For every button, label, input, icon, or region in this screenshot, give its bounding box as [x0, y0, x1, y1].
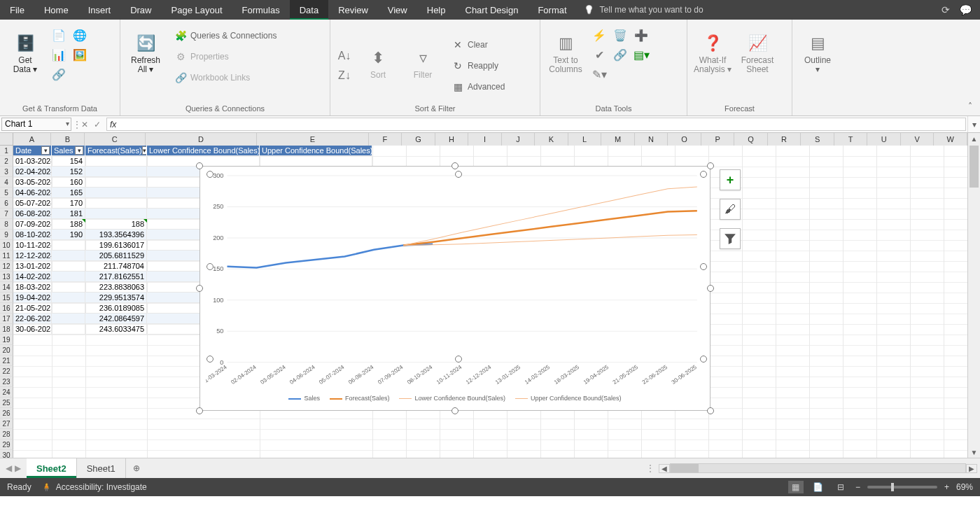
table-header[interactable]: Upper Confidence Bound(Sales)▾ [260, 146, 372, 156]
row-header[interactable]: 27 [0, 419, 13, 429]
col-header[interactable]: C [85, 133, 146, 146]
cancel-fx-icon[interactable]: ✕ [81, 120, 88, 129]
workbook-links-button[interactable]: 🔗Workbook Links [171, 69, 281, 87]
advanced-button[interactable]: ▦Advanced [448, 78, 509, 96]
select-all-corner[interactable] [0, 133, 13, 146]
table-cell[interactable]: 18-03-2025 [13, 282, 52, 293]
tab-data[interactable]: Data [290, 0, 328, 20]
scroll-down-icon[interactable]: ▼ [968, 447, 980, 458]
hscroll-left-icon[interactable]: ◀ [659, 464, 670, 473]
col-header[interactable]: F [369, 133, 402, 146]
tab-chart-design[interactable]: Chart Design [456, 0, 528, 20]
col-header[interactable]: R [768, 133, 802, 146]
row-header[interactable]: 29 [0, 440, 13, 450]
normal-view-button[interactable]: ▦ [788, 481, 804, 493]
tab-page-layout[interactable]: Page Layout [162, 0, 232, 20]
row-header[interactable]: 8 [0, 219, 13, 230]
row-header[interactable]: 11 [0, 251, 13, 261]
from-pic-icon[interactable]: 🖼️ [71, 46, 88, 63]
col-header[interactable]: O [668, 133, 701, 146]
row-header[interactable]: 19 [0, 335, 13, 345]
table-cell[interactable] [260, 156, 372, 167]
table-cell[interactable]: 229.9513574 [85, 293, 147, 303]
table-cell[interactable] [85, 209, 147, 219]
chart-elements-button[interactable]: + [720, 169, 741, 190]
col-header[interactable]: E [257, 133, 368, 146]
tab-formulas[interactable]: Formulas [232, 0, 290, 20]
text-to-columns-button[interactable]: ▥ Text to Columns [546, 22, 585, 84]
row-header[interactable]: 20 [0, 345, 13, 356]
clear-button[interactable]: ✕Clear [448, 36, 509, 54]
col-header[interactable]: U [867, 133, 901, 146]
chart-handle[interactable] [196, 285, 203, 292]
col-header[interactable]: H [435, 133, 469, 146]
horizontal-scrollbar[interactable] [670, 463, 966, 473]
row-header[interactable]: 3 [0, 167, 13, 177]
chart-styles-button[interactable]: 🖌 [720, 199, 741, 220]
table-cell[interactable]: 223.8838063 [85, 282, 147, 293]
sync-icon[interactable]: ⟳ [941, 4, 950, 15]
table-cell[interactable]: 165 [52, 188, 85, 198]
table-cell[interactable] [52, 240, 85, 251]
table-cell[interactable]: 193.3564396 [85, 230, 147, 240]
table-cell[interactable] [52, 261, 85, 272]
col-header[interactable]: L [568, 133, 602, 146]
table-cell[interactable]: 188 [85, 219, 147, 230]
table-cell[interactable] [52, 272, 85, 282]
table-cell[interactable]: 243.6033475 [85, 324, 147, 335]
filter-dropdown-icon[interactable]: ▾ [142, 146, 147, 155]
table-cell[interactable]: 170 [52, 198, 85, 209]
outline-button[interactable]: ▤ Outline ▾ [798, 22, 837, 84]
plot-handle[interactable] [455, 356, 462, 363]
col-header[interactable]: S [801, 133, 834, 146]
table-header[interactable]: Date▾ [13, 146, 52, 156]
col-header[interactable]: G [402, 133, 435, 146]
table-cell[interactable]: 181 [52, 209, 85, 219]
plot-handle[interactable] [206, 356, 214, 363]
filter-dropdown-icon[interactable]: ▾ [75, 146, 83, 155]
consolidate-icon[interactable]: ➕ [633, 27, 650, 43]
zoom-slider[interactable] [867, 486, 937, 489]
table-cell[interactable] [52, 314, 85, 324]
plot-handle[interactable] [206, 263, 214, 270]
chart-handle[interactable] [451, 407, 458, 414]
queries-connections-button[interactable]: 🧩Queries & Connections [171, 27, 281, 45]
existing-conn-icon[interactable]: 🔗 [50, 66, 67, 83]
table-cell[interactable]: 07-09-2024 [13, 219, 52, 230]
sort-asc-icon[interactable]: A↓ [336, 48, 353, 64]
row-header[interactable]: 12 [0, 261, 13, 272]
col-header[interactable]: B [51, 133, 85, 146]
reapply-button[interactable]: ↻Reapply [448, 57, 509, 75]
table-cell[interactable]: 02-04-2024 [13, 167, 52, 177]
properties-button[interactable]: ⚙Properties [171, 48, 281, 66]
table-cell[interactable] [147, 156, 260, 167]
collapse-ribbon-button[interactable]: ˄ [960, 20, 980, 115]
table-header[interactable]: Lower Confidence Bound(Sales)▾ [147, 146, 260, 156]
table-header[interactable]: Sales▾ [52, 146, 85, 156]
row-header[interactable]: 15 [0, 293, 13, 303]
row-header[interactable]: 1 [0, 146, 13, 156]
col-header[interactable]: I [468, 133, 502, 146]
add-sheet-button[interactable]: ⊕ [126, 458, 147, 478]
tab-draw[interactable]: Draw [120, 0, 161, 20]
table-cell[interactable]: 12-12-2024 [13, 251, 52, 261]
table-cell[interactable]: 13-01-2025 [13, 261, 52, 272]
row-header[interactable]: 6 [0, 198, 13, 209]
row-header[interactable]: 13 [0, 272, 13, 282]
table-cell[interactable] [85, 177, 147, 188]
row-header[interactable]: 28 [0, 429, 13, 440]
plot-handle[interactable] [700, 171, 707, 178]
formula-bar[interactable]: fx [106, 118, 966, 131]
row-header[interactable]: 30 [0, 450, 13, 458]
tab-home[interactable]: Home [34, 0, 78, 20]
col-header[interactable]: N [635, 133, 668, 146]
row-header[interactable]: 26 [0, 408, 13, 419]
col-header[interactable]: A [13, 133, 51, 146]
table-cell[interactable] [85, 188, 147, 198]
table-cell[interactable]: 30-06-2025 [13, 324, 52, 335]
table-cell[interactable]: 188 [52, 219, 85, 230]
row-header[interactable]: 22 [0, 366, 13, 377]
plot-handle[interactable] [455, 171, 462, 178]
tab-file[interactable]: File [0, 0, 34, 20]
table-cell[interactable]: 14-02-2025 [13, 272, 52, 282]
